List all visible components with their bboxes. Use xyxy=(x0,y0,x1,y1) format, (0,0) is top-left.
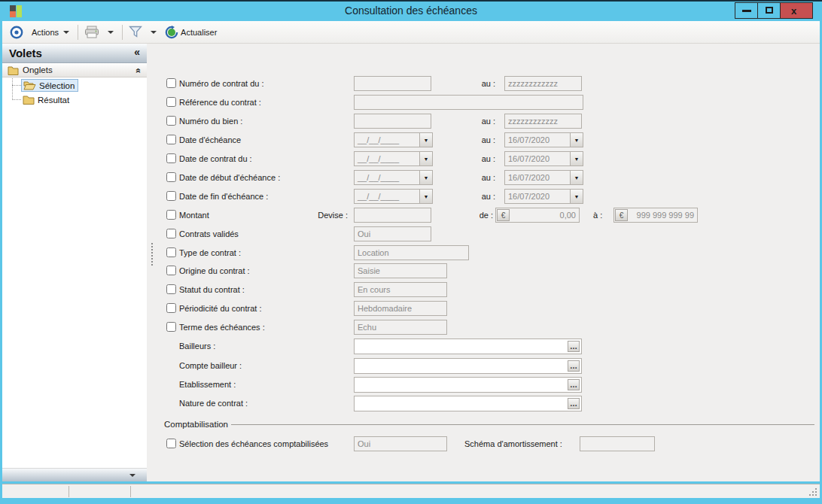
collapse-sidebar-icon[interactable]: « xyxy=(134,46,140,58)
chevron-down-icon[interactable]: ▼ xyxy=(419,190,432,203)
pane-splitter[interactable] xyxy=(147,44,158,481)
origine-contrat-input[interactable] xyxy=(354,263,447,278)
date-debut-to-combo[interactable]: 16/07/2020 ▼ xyxy=(504,170,583,185)
chevron-down-icon xyxy=(151,31,157,34)
date-fin-from-combo[interactable]: __/__/____ ▼ xyxy=(354,189,433,204)
compte-bailleur-field[interactable]: … xyxy=(354,358,582,374)
numero-bien-to-input[interactable] xyxy=(504,114,582,129)
montant-a-field[interactable]: € 999 999 999 99 xyxy=(613,208,698,223)
devise-label: Devise : xyxy=(301,211,348,220)
chevron-down-icon[interactable]: ▼ xyxy=(419,152,432,165)
refresh-button[interactable]: Actualiser xyxy=(162,23,222,41)
montant-de-field[interactable]: € 0,00 xyxy=(495,208,580,223)
au-label: au : xyxy=(459,192,495,201)
filter-menu-button[interactable] xyxy=(145,23,162,41)
date-contrat-checkbox[interactable] xyxy=(166,153,176,163)
montant-checkbox[interactable] xyxy=(166,210,176,220)
chevron-down-icon[interactable]: ▼ xyxy=(419,133,432,147)
bailleurs-field[interactable]: … xyxy=(354,339,582,354)
au-label: au : xyxy=(459,154,495,163)
sidebar-group-onglets[interactable]: Onglets » xyxy=(2,63,147,77)
statut-contrat-checkbox[interactable] xyxy=(166,284,176,294)
terme-echeances-checkbox[interactable] xyxy=(166,322,176,332)
toolbar: Actions xyxy=(2,21,820,44)
resize-grip-icon[interactable] xyxy=(809,488,817,496)
euro-icon[interactable]: € xyxy=(615,209,628,221)
field-label: Référence du contrat : xyxy=(179,98,261,107)
combo-value: 16/07/2020 xyxy=(505,171,570,184)
euro-icon[interactable]: € xyxy=(497,209,510,221)
sidebar-item-resultat[interactable]: Résultat xyxy=(23,93,69,106)
echeances-comptabilisees-checkbox[interactable] xyxy=(166,439,176,448)
echeances-comptabilisees-input[interactable] xyxy=(354,436,447,451)
contrats-valides-checkbox[interactable] xyxy=(166,229,176,238)
sidebar-bottom-bar[interactable] xyxy=(2,468,147,481)
statut-contrat-input[interactable] xyxy=(354,282,447,297)
devise-input[interactable] xyxy=(354,208,431,223)
target-icon xyxy=(10,26,23,39)
sidebar-header: Volets « xyxy=(2,44,147,63)
date-debut-from-combo[interactable]: __/__/____ ▼ xyxy=(354,170,433,185)
numero-bien-checkbox[interactable] xyxy=(166,116,176,126)
chevron-down-icon[interactable]: ▼ xyxy=(570,171,583,184)
sidebar-item-selection[interactable]: Sélection xyxy=(21,79,78,92)
row-montant: Montant Devise : de : € 0,00 à : € 999 9… xyxy=(158,208,820,223)
maximize-button[interactable] xyxy=(758,3,781,18)
periodicite-contrat-input[interactable] xyxy=(354,301,447,316)
collapse-group-icon[interactable]: » xyxy=(133,68,144,74)
row-periodicite-contrat: Périodicité du contrat : xyxy=(158,301,820,317)
field-label: Nature de contrat : xyxy=(179,399,248,408)
print-button[interactable] xyxy=(81,23,102,41)
terme-echeances-input[interactable] xyxy=(354,320,447,335)
montant-a-value: 999 999 999 99 xyxy=(629,208,697,222)
close-button[interactable]: x xyxy=(781,3,812,18)
reference-contrat-checkbox[interactable] xyxy=(166,97,176,107)
toolbar-separator xyxy=(78,25,78,40)
reference-contrat-input[interactable] xyxy=(354,95,583,110)
date-debut-checkbox[interactable] xyxy=(166,172,176,182)
chevron-down-icon[interactable]: ▼ xyxy=(570,133,583,147)
minimize-button[interactable] xyxy=(735,3,758,18)
date-fin-to-combo[interactable]: 16/07/2020 ▼ xyxy=(504,189,583,204)
filter-button[interactable] xyxy=(126,23,145,41)
periodicite-contrat-checkbox[interactable] xyxy=(166,303,176,313)
ellipsis-button[interactable]: … xyxy=(568,398,580,409)
contrats-valides-input[interactable] xyxy=(354,226,431,241)
schema-amortissement-input[interactable] xyxy=(580,436,655,451)
row-bailleurs: Bailleurs : … xyxy=(158,339,820,354)
actions-menu-button[interactable]: Actions xyxy=(26,23,75,41)
chevron-down-icon[interactable]: ▼ xyxy=(570,190,583,203)
print-menu-button[interactable] xyxy=(102,23,119,41)
field-label: Périodicité du contrat : xyxy=(179,304,261,313)
combo-value: __/__/____ xyxy=(355,152,419,165)
folder-icon xyxy=(8,65,19,75)
date-contrat-from-combo[interactable]: __/__/____ ▼ xyxy=(354,151,433,166)
etablissement-field[interactable]: … xyxy=(354,377,582,393)
origine-contrat-checkbox[interactable] xyxy=(166,266,176,275)
date-echeance-from-combo[interactable]: __/__/____ ▼ xyxy=(354,132,433,147)
field-label: Numéro du bien : xyxy=(179,117,242,126)
date-fin-checkbox[interactable] xyxy=(166,191,176,201)
numero-contrat-from-input[interactable] xyxy=(354,76,431,91)
ellipsis-button[interactable]: … xyxy=(568,341,580,352)
field-label: Terme des échéances : xyxy=(179,323,265,332)
date-echeance-to-combo[interactable]: 16/07/2020 ▼ xyxy=(504,132,583,147)
numero-contrat-to-input[interactable] xyxy=(504,76,582,91)
actions-label: Actions xyxy=(29,28,61,37)
ellipsis-button[interactable]: … xyxy=(568,360,580,372)
nature-contrat-field[interactable]: … xyxy=(354,396,582,411)
comptabilisation-group: Comptabilisation xyxy=(164,420,814,429)
type-contrat-checkbox[interactable] xyxy=(166,247,176,257)
selection-form: Numéro de contrat du : au : Référence du… xyxy=(158,44,820,481)
chevron-down-icon[interactable]: ▼ xyxy=(570,152,583,165)
target-icon-button[interactable] xyxy=(7,23,26,41)
date-echeance-checkbox[interactable] xyxy=(166,135,176,144)
date-contrat-to-combo[interactable]: 16/07/2020 ▼ xyxy=(504,151,583,166)
numero-bien-from-input[interactable] xyxy=(354,114,431,129)
type-contrat-input[interactable] xyxy=(354,245,469,260)
field-label: Statut du contrat : xyxy=(179,285,245,294)
chevron-down-icon[interactable]: ▼ xyxy=(419,171,432,184)
numero-contrat-checkbox[interactable] xyxy=(166,78,176,88)
row-nature-contrat: Nature de contrat : … xyxy=(158,396,820,411)
ellipsis-button[interactable]: … xyxy=(568,379,580,390)
